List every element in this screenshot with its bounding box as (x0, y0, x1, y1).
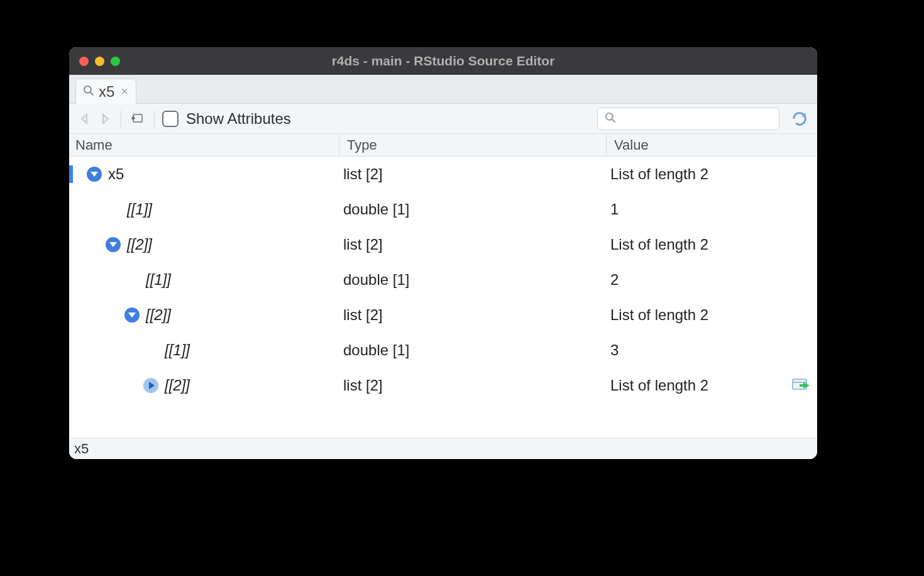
refresh-button[interactable] (789, 109, 810, 129)
disclosure-spacer (124, 272, 140, 287)
tree-row[interactable]: x5list [2]List of length 2 (69, 157, 817, 192)
node-name: [[2]] (165, 377, 190, 394)
tree-row[interactable]: [[2]]list [2]List of length 2 (69, 297, 817, 333)
send-to-console-icon[interactable] (792, 379, 810, 392)
status-path: x5 (74, 441, 89, 457)
svg-line-1 (91, 92, 94, 95)
header-value[interactable]: Value (607, 134, 817, 156)
tree-row[interactable]: [[1]]double [1]3 (69, 333, 817, 368)
node-name: [[1]] (165, 341, 190, 359)
nav-arrows (77, 110, 113, 128)
disclosure-spacer (106, 202, 121, 217)
forward-button[interactable] (96, 110, 113, 128)
back-button[interactable] (77, 110, 94, 128)
node-value: List of length 2 (610, 236, 708, 253)
disclosure-spacer (143, 343, 158, 358)
node-name: [[2]] (146, 306, 171, 324)
tree-row[interactable]: [[2]]list [2]List of length 2 (69, 227, 817, 262)
node-value: 3 (610, 341, 619, 359)
node-type: list [2] (336, 165, 603, 183)
node-value: List of length 2 (610, 377, 708, 394)
svg-point-0 (84, 86, 91, 92)
window-controls (79, 57, 120, 66)
node-name: x5 (108, 165, 124, 183)
node-value: List of length 2 (610, 306, 708, 324)
statusbar: x5 (69, 438, 817, 459)
object-tree: x5list [2]List of length 2[[1]]double [1… (69, 157, 817, 438)
chevron-right-icon[interactable] (143, 378, 158, 393)
svg-line-4 (612, 119, 615, 122)
tab-label: x5 (99, 83, 114, 101)
toolbar: Show Attributes (69, 104, 817, 134)
header-name[interactable]: Name (69, 134, 339, 156)
toolbar-divider (121, 111, 121, 127)
search-icon (604, 111, 617, 126)
node-type: double [1] (336, 201, 603, 218)
tabbar: x5 × (69, 75, 817, 104)
node-value: 1 (610, 201, 619, 218)
node-name: [[1]] (127, 201, 152, 218)
search-box[interactable] (597, 108, 779, 130)
show-attributes-label: Show Attributes (186, 110, 291, 128)
minimize-window-button[interactable] (95, 57, 104, 66)
toolbar-divider-2 (154, 111, 155, 127)
node-type: list [2] (336, 377, 603, 394)
tree-row[interactable]: [[1]]double [1]1 (69, 192, 817, 227)
tab-x5[interactable]: x5 × (75, 79, 136, 104)
chevron-down-icon[interactable] (106, 237, 121, 252)
close-tab-icon[interactable]: × (121, 84, 128, 99)
tree-row[interactable]: [[2]]list [2]List of length 2 (69, 368, 817, 403)
chevron-down-icon[interactable] (124, 307, 140, 323)
magnifier-icon (82, 83, 95, 101)
close-window-button[interactable] (79, 57, 89, 66)
header-type[interactable]: Type (339, 134, 607, 156)
node-type: list [2] (336, 306, 603, 324)
node-name: [[2]] (127, 236, 152, 253)
zoom-window-button[interactable] (111, 57, 120, 66)
open-in-new-window-button[interactable] (129, 110, 146, 128)
column-headers: Name Type Value (69, 134, 817, 157)
node-value: 2 (610, 271, 619, 289)
svg-point-3 (606, 113, 613, 119)
tree-row[interactable]: [[1]]double [1]2 (69, 262, 817, 297)
show-attributes-checkbox[interactable] (162, 111, 179, 127)
node-name: [[1]] (146, 271, 171, 289)
chevron-down-icon[interactable] (87, 167, 102, 182)
node-value: List of length 2 (610, 165, 708, 183)
titlebar: r4ds - main - RStudio Source Editor (69, 47, 817, 75)
window: r4ds - main - RStudio Source Editor x5 ×… (69, 47, 817, 459)
search-input[interactable] (622, 111, 773, 126)
node-type: double [1] (336, 271, 603, 289)
node-type: list [2] (336, 236, 603, 253)
window-title: r4ds - main - RStudio Source Editor (69, 53, 817, 69)
node-type: double [1] (336, 341, 603, 359)
